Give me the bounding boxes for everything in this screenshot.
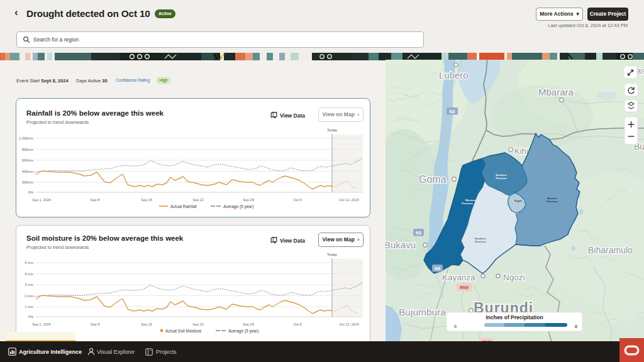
svg-text:Oct 5: Oct 5 (293, 322, 301, 326)
svg-text:200mm: 200mm (22, 180, 34, 184)
svg-text:Bukavu: Bukavu (386, 239, 416, 250)
svg-text:Biharamulo: Biharamulo (588, 245, 633, 255)
svg-text:Sep 15: Sep 15 (141, 198, 152, 202)
svg-text:2 mm: 2 mm (25, 294, 33, 298)
svg-text:RN9: RN9 (460, 285, 469, 290)
svg-text:Kayanza: Kayanza (442, 273, 475, 282)
svg-text:N2: N2 (450, 109, 455, 114)
svg-text:0: 0 (454, 324, 457, 329)
svg-text:Sep 15: Sep 15 (141, 322, 152, 326)
svg-text:0%: 0% (28, 315, 33, 319)
svg-text:Lubero: Lubero (439, 70, 469, 80)
svg-text:N3: N3 (416, 231, 421, 235)
svg-text:N9: N9 (435, 266, 440, 271)
svg-text:as: as (636, 66, 644, 75)
svg-text:600mm: 600mm (22, 158, 34, 162)
svg-text:Actual Rainfall: Actual Rainfall (170, 204, 197, 209)
svg-text:Average (5 year): Average (5 year) (223, 204, 253, 209)
svg-text:4 mm: 4 mm (25, 272, 33, 276)
svg-text:Bujumbura: Bujumbura (399, 307, 446, 317)
svg-text:EasternProvince: EasternProvince (547, 197, 558, 203)
svg-text:8: 8 (575, 324, 577, 329)
svg-text:Average (5 year): Average (5 year) (228, 329, 258, 334)
svg-text:NorthernProvince: NorthernProvince (496, 173, 507, 180)
svg-text:3 mm: 3 mm (25, 283, 33, 287)
svg-text:Mbarara: Mbarara (538, 87, 574, 97)
svg-text:Goma: Goma (419, 174, 447, 185)
svg-text:5 mm: 5 mm (25, 261, 33, 265)
svg-text:Sep 1, 2024: Sep 1, 2024 (32, 198, 51, 202)
svg-text:1,000mm: 1,000mm (19, 136, 33, 140)
svg-text:Oct 12, 2024: Oct 12, 2024 (339, 198, 359, 202)
svg-text:Inches of Precipitation: Inches of Precipitation (486, 314, 543, 321)
svg-text:Today: Today (327, 128, 337, 132)
svg-text:Oct 5: Oct 5 (293, 198, 301, 202)
svg-text:Ngozi: Ngozi (503, 273, 525, 282)
svg-text:Sep 1, 2024: Sep 1, 2024 (32, 322, 51, 326)
svg-text:Today: Today (327, 253, 337, 256)
svg-text:Sep 29: Sep 29 (243, 198, 253, 202)
svg-text:800mm: 800mm (22, 148, 34, 151)
svg-text:Sep 8: Sep 8 (91, 198, 99, 202)
svg-text:Sep 22: Sep 22 (192, 198, 203, 202)
svg-text:1 mm: 1 mm (25, 305, 33, 309)
svg-text:SouthernProvince: SouthernProvince (475, 237, 487, 243)
svg-text:Sep 22: Sep 22 (192, 322, 203, 326)
svg-text:400mm: 400mm (22, 170, 34, 173)
svg-text:0%: 0% (28, 190, 33, 194)
svg-text:Kigali: Kigali (514, 199, 521, 202)
svg-text:Actual Soil Moisture: Actual Soil Moisture (165, 329, 202, 333)
svg-text:Oct 12, 2024: Oct 12, 2024 (339, 322, 359, 326)
svg-text:Sep 8: Sep 8 (91, 322, 99, 326)
svg-text:Sep 29: Sep 29 (243, 322, 253, 326)
